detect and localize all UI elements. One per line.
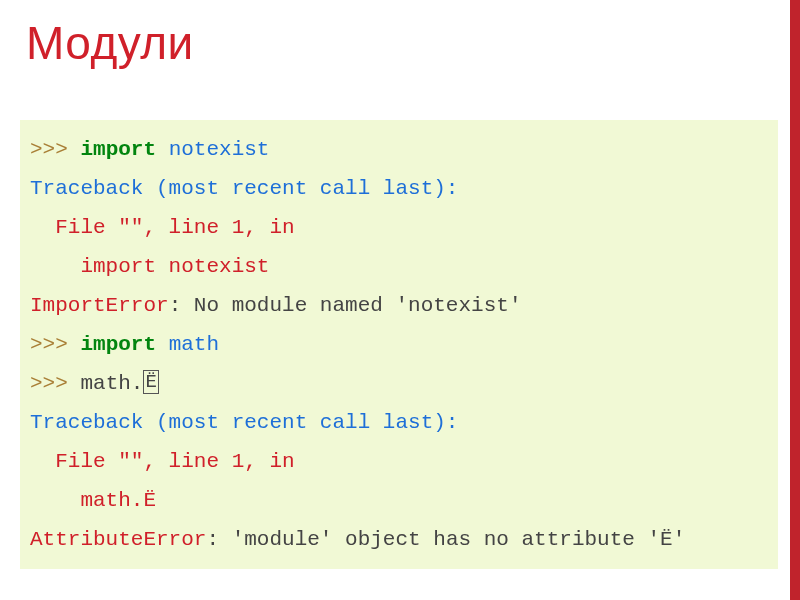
keyword-import: import [80, 333, 156, 356]
traceback-header: Traceback (most recent call last): [30, 411, 458, 434]
accent-bar [790, 0, 800, 600]
expression: math. [80, 372, 143, 395]
slide: Модули >>> import notexist Traceback (mo… [0, 0, 800, 600]
error-name: AttributeError [30, 528, 206, 551]
traceback-file: File "", line 1, in [30, 216, 307, 239]
repl-prompt: >>> [30, 372, 80, 395]
module-name: math [169, 333, 219, 356]
error-name: ImportError [30, 294, 169, 317]
traceback-file: File "", line 1, in [30, 450, 307, 473]
slide-title: Модули [26, 16, 194, 70]
space [156, 138, 169, 161]
traceback-line: math.Ё [30, 489, 156, 512]
keyword-import: import [80, 138, 156, 161]
traceback-header: Traceback (most recent call last): [30, 177, 458, 200]
repl-prompt: >>> [30, 333, 80, 356]
module-name: notexist [169, 138, 270, 161]
boxed-char: Ё [143, 370, 158, 394]
error-message: : 'module' object has no attribute 'Ё' [206, 528, 685, 551]
repl-prompt: >>> [30, 138, 80, 161]
code-block: >>> import notexist Traceback (most rece… [20, 120, 778, 569]
error-message: : No module named 'notexist' [169, 294, 522, 317]
traceback-line: import notexist [30, 255, 269, 278]
space [156, 333, 169, 356]
